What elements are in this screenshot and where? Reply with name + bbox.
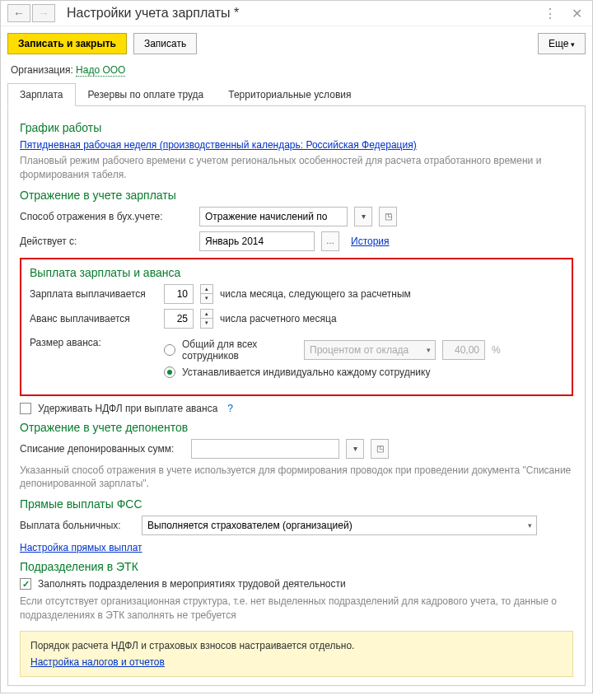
- save-button[interactable]: Записать: [133, 33, 197, 54]
- tax-info-box: Порядок расчета НДФЛ и страховых взносов…: [20, 631, 573, 677]
- effective-input[interactable]: [199, 231, 315, 251]
- org-label: Организация:: [11, 64, 73, 76]
- advance-pay-label: Аванс выплачивается: [30, 313, 157, 324]
- close-icon[interactable]: ✕: [568, 6, 586, 21]
- schedule-hint: Плановый режим рабочего времени с учетом…: [20, 154, 573, 182]
- open-ref-icon[interactable]: ◳: [371, 439, 389, 459]
- spinner-up-icon[interactable]: ▴: [201, 310, 212, 319]
- reflect-method-input[interactable]: [199, 207, 348, 226]
- advance-day-spinner[interactable]: ▴▾: [200, 309, 213, 329]
- advance-suffix: числа расчетного месяца: [220, 313, 337, 324]
- advance-day-input[interactable]: [164, 309, 194, 329]
- radio-common[interactable]: [164, 344, 175, 356]
- etk-checkbox[interactable]: ✓: [20, 578, 31, 590]
- deponents-hint: Указанный способ отражения в учете испол…: [20, 464, 573, 492]
- history-link[interactable]: История: [351, 236, 390, 247]
- payout-highlight-box: Выплата зарплаты и аванса Зарплата выпла…: [20, 258, 573, 396]
- tab-territorial[interactable]: Территориальные условия: [216, 83, 363, 106]
- save-close-button[interactable]: Записать и закрыть: [7, 33, 127, 54]
- schedule-heading: График работы: [20, 121, 573, 134]
- ndfl-checkbox[interactable]: [20, 403, 31, 414]
- fss-label: Выплата больничных:: [20, 520, 135, 531]
- reflect-method-label: Способ отражения в бух.учете:: [20, 211, 193, 222]
- spinner-down-icon[interactable]: ▾: [201, 294, 212, 303]
- deponents-input[interactable]: [191, 439, 339, 459]
- ellipsis-icon[interactable]: …: [321, 231, 339, 251]
- tax-info-text: Порядок расчета НДФЛ и страховых взносов…: [30, 640, 563, 651]
- salary-day-input[interactable]: [164, 284, 194, 304]
- radio-common-label: Общий для всех сотрудников: [182, 338, 297, 362]
- deponents-label: Списание депонированных сумм:: [20, 443, 184, 455]
- percent-mode-select[interactable]: [304, 340, 436, 360]
- radio-individual-label: Устанавливается индивидуально каждому со…: [182, 366, 430, 378]
- open-ref-icon[interactable]: ◳: [379, 207, 397, 226]
- tax-config-link[interactable]: Настройка налогов и отчетов: [30, 656, 165, 668]
- dropdown-icon[interactable]: ▾: [346, 439, 364, 459]
- effective-label: Действует с:: [20, 236, 193, 247]
- nav-forward-button[interactable]: →: [32, 4, 55, 22]
- dropdown-icon[interactable]: ▾: [354, 207, 372, 226]
- spinner-up-icon[interactable]: ▴: [201, 285, 212, 294]
- window-title: Настройки учета зарплаты *: [67, 6, 239, 21]
- salary-pay-label: Зарплата выплачивается: [30, 288, 157, 300]
- fss-heading: Прямые выплаты ФСС: [20, 497, 573, 511]
- ndfl-label: Удерживать НДФЛ при выплате аванса: [38, 403, 217, 414]
- salary-day-spinner[interactable]: ▴▾: [200, 284, 213, 304]
- etk-hint: Если отсутствует организационная структу…: [20, 595, 573, 623]
- help-icon[interactable]: ?: [227, 403, 233, 414]
- etk-check-label: Заполнять подразделения в мероприятиях т…: [38, 578, 346, 590]
- tab-reserves[interactable]: Резервы по оплате труда: [76, 83, 217, 106]
- payout-heading: Выплата зарплаты и аванса: [30, 266, 563, 279]
- salary-suffix: числа месяца, следующего за расчетным: [220, 288, 411, 300]
- percent-suffix: %: [492, 344, 501, 356]
- reflect-heading: Отражение в учете зарплаты: [20, 189, 573, 202]
- radio-individual[interactable]: [164, 366, 175, 378]
- org-link[interactable]: Надо ООО: [76, 64, 125, 77]
- deponents-heading: Отражение в учете депонентов: [20, 421, 573, 434]
- spinner-down-icon[interactable]: ▾: [201, 319, 212, 328]
- advance-size-label: Размер аванса:: [30, 334, 157, 348]
- fss-config-link[interactable]: Настройка прямых выплат: [20, 542, 142, 553]
- fss-select[interactable]: [142, 516, 537, 535]
- tab-salary[interactable]: Зарплата: [7, 83, 76, 106]
- percent-value-input[interactable]: [442, 340, 485, 360]
- etk-heading: Подразделения в ЭТК: [20, 560, 573, 573]
- more-button[interactable]: Еще: [538, 33, 586, 54]
- schedule-link[interactable]: Пятидневная рабочая неделя (производстве…: [20, 139, 417, 151]
- menu-dots-icon[interactable]: ⋮: [540, 6, 560, 21]
- nav-back-button[interactable]: ←: [7, 4, 30, 22]
